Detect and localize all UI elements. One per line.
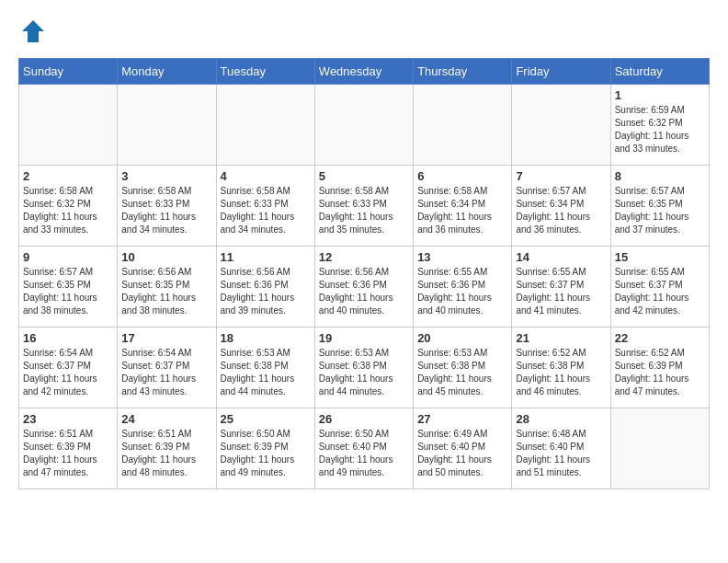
day-number: 17	[121, 331, 211, 345]
day-number: 16	[23, 331, 113, 345]
day-info: Sunrise: 6:53 AM Sunset: 6:38 PM Dayligh…	[319, 347, 409, 398]
day-number: 28	[516, 412, 606, 426]
day-number: 6	[417, 169, 507, 183]
day-info: Sunrise: 6:57 AM Sunset: 6:34 PM Dayligh…	[516, 185, 606, 236]
day-number: 24	[121, 412, 211, 426]
calendar-table: SundayMondayTuesdayWednesdayThursdayFrid…	[18, 58, 710, 489]
day-info: Sunrise: 6:54 AM Sunset: 6:37 PM Dayligh…	[121, 347, 211, 398]
calendar-cell	[414, 85, 512, 166]
day-info: Sunrise: 6:57 AM Sunset: 6:35 PM Dayligh…	[615, 185, 705, 236]
logo-icon	[20, 18, 46, 44]
day-number: 19	[319, 331, 409, 345]
svg-marker-0	[22, 20, 44, 42]
day-info: Sunrise: 6:57 AM Sunset: 6:35 PM Dayligh…	[23, 266, 113, 317]
weekday-thursday: Thursday	[414, 59, 512, 85]
day-info: Sunrise: 6:49 AM Sunset: 6:40 PM Dayligh…	[417, 428, 507, 479]
calendar-cell: 6Sunrise: 6:58 AM Sunset: 6:34 PM Daylig…	[414, 166, 512, 247]
day-info: Sunrise: 6:55 AM Sunset: 6:36 PM Dayligh…	[417, 266, 507, 317]
weekday-tuesday: Tuesday	[216, 59, 314, 85]
calendar-cell	[19, 85, 118, 166]
calendar-cell: 15Sunrise: 6:55 AM Sunset: 6:37 PM Dayli…	[610, 247, 709, 327]
calendar-cell	[118, 85, 216, 166]
calendar-cell: 2Sunrise: 6:58 AM Sunset: 6:32 PM Daylig…	[19, 166, 118, 247]
weekday-sunday: Sunday	[19, 59, 118, 85]
calendar-cell: 14Sunrise: 6:55 AM Sunset: 6:37 PM Dayli…	[512, 247, 610, 327]
day-number: 18	[221, 331, 311, 345]
calendar-cell: 9Sunrise: 6:57 AM Sunset: 6:35 PM Daylig…	[19, 247, 118, 327]
day-number: 5	[319, 169, 409, 183]
calendar-cell: 7Sunrise: 6:57 AM Sunset: 6:34 PM Daylig…	[512, 166, 610, 247]
day-number: 11	[221, 250, 311, 264]
day-number: 13	[417, 250, 507, 264]
calendar-cell: 22Sunrise: 6:52 AM Sunset: 6:39 PM Dayli…	[610, 327, 709, 408]
day-info: Sunrise: 6:58 AM Sunset: 6:32 PM Dayligh…	[23, 185, 113, 236]
day-number: 26	[319, 412, 409, 426]
calendar-cell: 8Sunrise: 6:57 AM Sunset: 6:35 PM Daylig…	[610, 166, 709, 247]
calendar-cell: 21Sunrise: 6:52 AM Sunset: 6:38 PM Dayli…	[512, 327, 610, 408]
day-info: Sunrise: 6:55 AM Sunset: 6:37 PM Dayligh…	[615, 266, 705, 317]
weekday-wednesday: Wednesday	[314, 59, 413, 85]
calendar-cell: 1Sunrise: 6:59 AM Sunset: 6:32 PM Daylig…	[610, 85, 709, 166]
calendar-cell	[216, 85, 314, 166]
day-info: Sunrise: 6:55 AM Sunset: 6:37 PM Dayligh…	[516, 266, 606, 317]
calendar-cell: 20Sunrise: 6:53 AM Sunset: 6:38 PM Dayli…	[414, 327, 512, 408]
calendar-cell	[314, 85, 413, 166]
calendar-cell: 11Sunrise: 6:56 AM Sunset: 6:36 PM Dayli…	[216, 247, 314, 327]
day-number: 23	[23, 412, 113, 426]
week-row-3: 16Sunrise: 6:54 AM Sunset: 6:37 PM Dayli…	[19, 327, 710, 408]
day-info: Sunrise: 6:50 AM Sunset: 6:40 PM Dayligh…	[319, 428, 409, 479]
day-number: 7	[516, 169, 606, 183]
calendar-cell: 16Sunrise: 6:54 AM Sunset: 6:37 PM Dayli…	[19, 327, 118, 408]
day-number: 14	[516, 250, 606, 264]
day-number: 27	[417, 412, 507, 426]
day-number: 9	[23, 250, 113, 264]
day-number: 3	[121, 169, 211, 183]
day-number: 22	[615, 331, 705, 345]
day-number: 21	[516, 331, 606, 345]
calendar-body: 1Sunrise: 6:59 AM Sunset: 6:32 PM Daylig…	[19, 85, 710, 489]
weekday-monday: Monday	[118, 59, 216, 85]
calendar-cell: 19Sunrise: 6:53 AM Sunset: 6:38 PM Dayli…	[314, 327, 413, 408]
day-number: 10	[121, 250, 211, 264]
day-info: Sunrise: 6:51 AM Sunset: 6:39 PM Dayligh…	[23, 428, 113, 479]
calendar-cell: 28Sunrise: 6:48 AM Sunset: 6:40 PM Dayli…	[512, 408, 610, 489]
day-info: Sunrise: 6:54 AM Sunset: 6:37 PM Dayligh…	[23, 347, 113, 398]
day-number: 8	[615, 169, 705, 183]
calendar-cell: 18Sunrise: 6:53 AM Sunset: 6:38 PM Dayli…	[216, 327, 314, 408]
calendar-cell	[512, 85, 610, 166]
day-info: Sunrise: 6:51 AM Sunset: 6:39 PM Dayligh…	[121, 428, 211, 479]
day-info: Sunrise: 6:56 AM Sunset: 6:36 PM Dayligh…	[319, 266, 409, 317]
logo	[18, 18, 46, 49]
page-header	[18, 18, 710, 49]
week-row-4: 23Sunrise: 6:51 AM Sunset: 6:39 PM Dayli…	[19, 408, 710, 489]
weekday-header-row: SundayMondayTuesdayWednesdayThursdayFrid…	[19, 59, 710, 85]
weekday-friday: Friday	[512, 59, 610, 85]
calendar-cell: 27Sunrise: 6:49 AM Sunset: 6:40 PM Dayli…	[414, 408, 512, 489]
day-info: Sunrise: 6:52 AM Sunset: 6:39 PM Dayligh…	[615, 347, 705, 398]
day-number: 4	[221, 169, 311, 183]
calendar-cell: 12Sunrise: 6:56 AM Sunset: 6:36 PM Dayli…	[314, 247, 413, 327]
calendar-cell: 5Sunrise: 6:58 AM Sunset: 6:33 PM Daylig…	[314, 166, 413, 247]
calendar-cell: 24Sunrise: 6:51 AM Sunset: 6:39 PM Dayli…	[118, 408, 216, 489]
day-info: Sunrise: 6:52 AM Sunset: 6:38 PM Dayligh…	[516, 347, 606, 398]
weekday-saturday: Saturday	[610, 59, 709, 85]
calendar-cell: 23Sunrise: 6:51 AM Sunset: 6:39 PM Dayli…	[19, 408, 118, 489]
day-info: Sunrise: 6:58 AM Sunset: 6:34 PM Dayligh…	[417, 185, 507, 236]
day-number: 1	[615, 88, 705, 102]
day-info: Sunrise: 6:56 AM Sunset: 6:36 PM Dayligh…	[221, 266, 311, 317]
day-info: Sunrise: 6:59 AM Sunset: 6:32 PM Dayligh…	[615, 104, 705, 155]
calendar-cell: 26Sunrise: 6:50 AM Sunset: 6:40 PM Dayli…	[314, 408, 413, 489]
day-info: Sunrise: 6:58 AM Sunset: 6:33 PM Dayligh…	[121, 185, 211, 236]
week-row-2: 9Sunrise: 6:57 AM Sunset: 6:35 PM Daylig…	[19, 247, 710, 327]
day-info: Sunrise: 6:48 AM Sunset: 6:40 PM Dayligh…	[516, 428, 606, 479]
day-number: 12	[319, 250, 409, 264]
calendar-cell: 17Sunrise: 6:54 AM Sunset: 6:37 PM Dayli…	[118, 327, 216, 408]
day-info: Sunrise: 6:56 AM Sunset: 6:35 PM Dayligh…	[121, 266, 211, 317]
calendar-cell: 4Sunrise: 6:58 AM Sunset: 6:33 PM Daylig…	[216, 166, 314, 247]
calendar-cell	[610, 408, 709, 489]
day-number: 25	[221, 412, 311, 426]
week-row-0: 1Sunrise: 6:59 AM Sunset: 6:32 PM Daylig…	[19, 85, 710, 166]
calendar-cell: 3Sunrise: 6:58 AM Sunset: 6:33 PM Daylig…	[118, 166, 216, 247]
day-number: 20	[417, 331, 507, 345]
day-info: Sunrise: 6:53 AM Sunset: 6:38 PM Dayligh…	[221, 347, 311, 398]
